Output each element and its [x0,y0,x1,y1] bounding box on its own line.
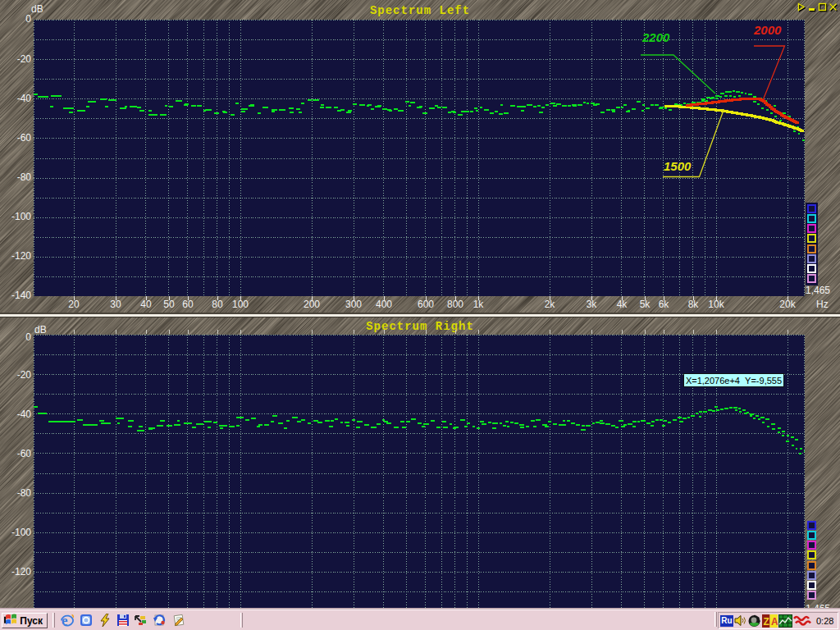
svg-text:2000: 2000 [753,23,782,37]
svg-text:1500: 1500 [664,159,692,173]
svg-text:Z: Z [764,615,769,627]
svg-text:2200: 2200 [641,30,670,44]
svg-text:A: A [771,615,778,627]
